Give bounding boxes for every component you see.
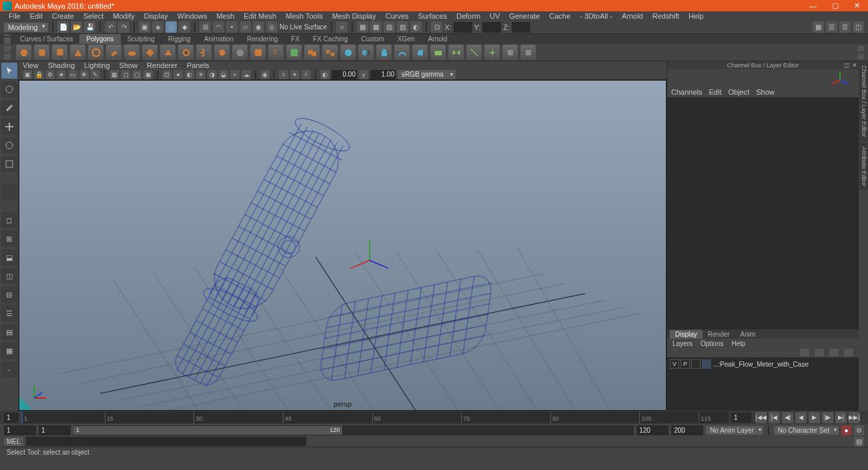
- poly-targetweld-icon[interactable]: [484, 45, 500, 60]
- poly-mirror-icon[interactable]: [448, 45, 464, 60]
- select-camera-icon[interactable]: ▣: [23, 70, 32, 79]
- coord-x-field[interactable]: [454, 22, 472, 33]
- menu-meshtools[interactable]: Mesh Tools: [281, 12, 327, 20]
- cb-menu-object[interactable]: Object: [728, 88, 749, 96]
- snap-live-icon[interactable]: ◉: [253, 21, 264, 33]
- step-forward-key-icon[interactable]: ▶|: [835, 412, 847, 423]
- xray-joints-icon[interactable]: ✦: [290, 70, 300, 79]
- poly-soccer-icon[interactable]: [232, 45, 248, 60]
- poly-disc-icon[interactable]: [124, 45, 139, 60]
- poly-type-icon[interactable]: T: [268, 45, 284, 60]
- poly-boolean-icon[interactable]: [358, 45, 374, 60]
- layer-tab-render[interactable]: Render: [703, 330, 735, 339]
- exposure-icon[interactable]: ◐: [320, 70, 330, 79]
- use-all-lights-icon[interactable]: ☀: [196, 70, 205, 79]
- panel-menu-panels[interactable]: Panels: [187, 61, 209, 69]
- menu-file[interactable]: File: [4, 12, 25, 20]
- construction-history-icon[interactable]: ⎌: [336, 21, 348, 33]
- anim-start-field[interactable]: [39, 425, 71, 435]
- layer-move-up-icon[interactable]: [800, 349, 809, 357]
- cb-menu-edit[interactable]: Edit: [709, 88, 721, 96]
- select-tool-icon[interactable]: [1, 63, 17, 79]
- layout-persp-icon[interactable]: ▤: [1, 324, 17, 340]
- shelf-tab-animation[interactable]: Animation: [197, 34, 240, 44]
- poly-cone-icon[interactable]: [70, 45, 85, 60]
- shelf-nav-right-icon[interactable]: [4, 53, 11, 60]
- grid-toggle-icon[interactable]: ▦: [109, 70, 119, 79]
- step-forward-frame-icon[interactable]: |▶: [822, 412, 833, 423]
- cb-menu-show[interactable]: Show: [756, 88, 775, 96]
- shadows-icon[interactable]: ◑: [207, 70, 217, 79]
- close-button[interactable]: ✕: [846, 0, 868, 11]
- paint-tool-icon[interactable]: [1, 100, 17, 116]
- menu-mesh[interactable]: Mesh: [211, 12, 239, 20]
- menu-display[interactable]: Display: [139, 12, 173, 20]
- menu-uv[interactable]: UV: [485, 12, 504, 20]
- poly-extrude-icon[interactable]: [376, 45, 392, 60]
- channelbox-undock-icon[interactable]: ◫ ✕: [844, 62, 857, 69]
- layer-row[interactable]: V P ...:Peak_Flow_Meter_with_Case: [669, 359, 857, 369]
- lasso-tool-icon[interactable]: [1, 81, 17, 97]
- layout-two-h-icon[interactable]: ⬓: [1, 249, 17, 265]
- poly-multicut-icon[interactable]: [466, 45, 482, 60]
- layer-tab-display[interactable]: Display: [670, 330, 703, 339]
- time-ruler[interactable]: 1153045607590105115120: [21, 411, 729, 423]
- layout-outliner-icon[interactable]: ☰: [1, 305, 17, 321]
- poly-gear-icon[interactable]: [214, 45, 230, 60]
- move-tool-icon[interactable]: [1, 119, 17, 135]
- lock-camera-icon[interactable]: 🔒: [34, 70, 43, 79]
- ui-element-toggle-1[interactable]: ▦: [813, 21, 824, 33]
- character-set-combo[interactable]: No Character Set: [774, 426, 839, 435]
- save-scene-icon[interactable]: 💾: [84, 21, 95, 33]
- gamma-icon[interactable]: γ: [359, 70, 368, 79]
- poly-platonic-icon[interactable]: [142, 45, 157, 60]
- ipr-icon[interactable]: ▩: [370, 21, 382, 33]
- poly-cube-icon[interactable]: [34, 45, 49, 60]
- panel-menu-view[interactable]: View: [23, 61, 39, 69]
- poly-combine-icon[interactable]: [304, 45, 320, 60]
- poly-separate-icon[interactable]: [322, 45, 338, 60]
- xray-icon[interactable]: ◊: [279, 70, 288, 79]
- render-region-icon[interactable]: ◐: [410, 21, 422, 33]
- gamma-field[interactable]: [370, 70, 396, 79]
- isolate-select-icon[interactable]: ◉: [260, 70, 270, 79]
- grease-pencil-icon[interactable]: ✎: [91, 70, 100, 79]
- poly-sphere-icon[interactable]: [16, 45, 31, 60]
- film-gate-icon[interactable]: ◻: [121, 70, 130, 79]
- shelf-tab-custom[interactable]: Custom: [354, 34, 390, 44]
- playback-start-field[interactable]: [4, 425, 36, 435]
- shelf-tab-rigging[interactable]: Rigging: [161, 34, 197, 44]
- layer-color-swatch[interactable]: [702, 359, 711, 369]
- view-cube-icon[interactable]: [831, 71, 849, 89]
- menu-meshdisplay[interactable]: Mesh Display: [328, 12, 381, 20]
- layer-menu-options[interactable]: Options: [701, 340, 723, 347]
- shelf-scroll-down-icon[interactable]: [857, 54, 864, 59]
- make-live-icon[interactable]: ◎: [266, 21, 278, 33]
- snap-grid-icon[interactable]: ⊞: [199, 21, 211, 33]
- menu-help[interactable]: Help: [684, 12, 709, 20]
- poly-superellipse-icon[interactable]: [250, 45, 266, 60]
- poly-bevel-icon[interactable]: [412, 45, 428, 60]
- poly-pipe-icon[interactable]: [178, 45, 193, 60]
- layer-visibility-toggle[interactable]: V: [670, 359, 679, 369]
- shelf-tab-rendering[interactable]: Rendering: [240, 34, 284, 44]
- menu-arnold[interactable]: Arnold: [617, 12, 648, 20]
- auto-key-icon[interactable]: ●: [841, 425, 851, 435]
- motion-blur-icon[interactable]: ≈: [230, 70, 240, 79]
- poly-svg-icon[interactable]: [286, 45, 302, 60]
- anim-end-field[interactable]: [636, 425, 669, 435]
- select-by-component-icon[interactable]: ◇: [165, 21, 177, 33]
- shelf-tab-xgen[interactable]: XGen: [391, 34, 422, 44]
- menu-generate[interactable]: Generate: [504, 12, 544, 20]
- layer-tab-anim[interactable]: Anim: [735, 330, 761, 339]
- maximize-button[interactable]: ▢: [824, 0, 846, 11]
- panel-menu-renderer[interactable]: Renderer: [147, 61, 177, 69]
- shelf-tab-arnold[interactable]: Arnold: [421, 34, 454, 44]
- menu-deform[interactable]: Deform: [452, 12, 485, 20]
- go-to-end-icon[interactable]: ▶▶|: [849, 412, 860, 423]
- step-back-key-icon[interactable]: |◀: [769, 412, 780, 423]
- layer-display-type-toggle[interactable]: [691, 359, 701, 369]
- range-slider-handle[interactable]: 1 120: [73, 426, 342, 435]
- render-globals-icon[interactable]: ▨: [384, 21, 395, 33]
- shelf-menu-icon[interactable]: [4, 37, 11, 44]
